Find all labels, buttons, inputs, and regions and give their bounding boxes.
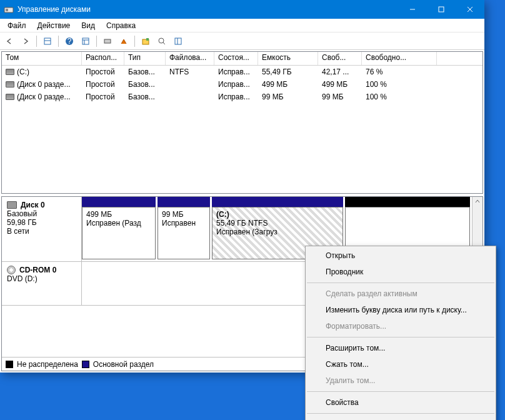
svg-rect-3 bbox=[439, 7, 444, 12]
ctx-separator bbox=[307, 282, 494, 283]
maximize-button[interactable] bbox=[427, 0, 456, 19]
partition[interactable]: 99 МБ Исправен bbox=[158, 197, 210, 259]
volume-icon bbox=[6, 69, 14, 75]
ctx-separator bbox=[307, 413, 494, 414]
col-volume[interactable]: Том bbox=[2, 52, 82, 65]
toolbar: ? bbox=[0, 32, 484, 50]
ctx-explorer[interactable]: Проводник bbox=[306, 264, 496, 280]
ctx-extend-volume[interactable]: Расширить том... bbox=[306, 340, 496, 356]
svg-rect-18 bbox=[175, 38, 181, 44]
volume-row[interactable]: (C:) Простой Базов... NTFS Исправ... 55,… bbox=[2, 66, 482, 78]
minimize-button[interactable] bbox=[398, 0, 427, 19]
svg-text:?: ? bbox=[68, 37, 72, 46]
svg-rect-1 bbox=[6, 9, 8, 11]
ctx-open[interactable]: Открыть bbox=[306, 248, 496, 264]
legend-unallocated-label: Не распределена bbox=[17, 360, 78, 369]
svg-line-17 bbox=[163, 42, 165, 44]
col-fs[interactable]: Файлова... bbox=[166, 52, 214, 65]
volume-row[interactable]: (Диск 0 разде... Простой Базов... Исправ… bbox=[2, 78, 482, 91]
view-list-button[interactable] bbox=[41, 34, 54, 48]
volume-icon bbox=[6, 81, 14, 88]
back-button[interactable] bbox=[2, 34, 16, 48]
ctx-separator bbox=[307, 391, 494, 392]
col-capacity[interactable]: Емкость bbox=[258, 52, 318, 65]
toolbar-button[interactable] bbox=[155, 34, 169, 48]
menu-help[interactable]: Справка bbox=[101, 20, 141, 31]
legend-unallocated-icon bbox=[6, 361, 13, 368]
column-headers: Том Распол... Тип Файлова... Состоя... Е… bbox=[2, 52, 482, 66]
col-freepct[interactable]: Свободно... bbox=[362, 52, 437, 65]
titlebar[interactable]: Управление дисками bbox=[0, 0, 484, 19]
ctx-help[interactable]: Справка bbox=[306, 416, 496, 420]
svg-rect-13 bbox=[104, 39, 111, 43]
ctx-properties[interactable]: Свойства bbox=[306, 394, 496, 411]
ctx-change-letter[interactable]: Изменить букву диска или путь к диску... bbox=[306, 302, 496, 318]
partition[interactable]: 499 МБ Исправен (Разд bbox=[82, 197, 156, 259]
menubar: Файл Действие Вид Справка bbox=[0, 19, 484, 32]
forward-button[interactable] bbox=[19, 34, 32, 48]
col-status[interactable]: Состоя... bbox=[214, 52, 258, 65]
app-icon bbox=[4, 4, 14, 14]
cdrom-icon bbox=[7, 266, 16, 274]
volume-rows: (C:) Простой Базов... NTFS Исправ... 55,… bbox=[2, 66, 482, 193]
svg-rect-10 bbox=[82, 38, 89, 44]
col-free[interactable]: Своб... bbox=[318, 52, 362, 65]
help-button[interactable]: ? bbox=[62, 34, 76, 48]
ctx-format: Форматировать... bbox=[306, 318, 496, 334]
col-type[interactable]: Тип bbox=[124, 52, 166, 65]
ctx-shrink-volume[interactable]: Сжать том... bbox=[306, 356, 496, 372]
menu-action[interactable]: Действие bbox=[32, 20, 76, 31]
ctx-make-active: Сделать раздел активным bbox=[306, 286, 496, 302]
ctx-separator bbox=[307, 337, 494, 338]
close-button[interactable] bbox=[456, 0, 484, 19]
disk-icon bbox=[7, 201, 17, 209]
svg-point-16 bbox=[159, 38, 164, 43]
svg-rect-6 bbox=[44, 38, 51, 44]
toolbar-button[interactable] bbox=[101, 34, 114, 48]
legend-primary-label: Основной раздел bbox=[93, 360, 154, 369]
window-title: Управление дисками bbox=[18, 5, 398, 14]
toolbar-separator bbox=[134, 36, 135, 47]
toolbar-button[interactable] bbox=[79, 34, 92, 48]
volume-row[interactable]: (Диск 0 разде... Простой Базов... Исправ… bbox=[2, 91, 482, 103]
menu-file[interactable]: Файл bbox=[2, 20, 31, 31]
ctx-delete-volume: Удалить том... bbox=[306, 372, 496, 389]
cdrom-label[interactable]: CD-ROM 0 DVD (D:) bbox=[2, 262, 82, 305]
svg-rect-15 bbox=[146, 38, 149, 41]
toolbar-button[interactable] bbox=[117, 34, 131, 48]
toolbar-separator bbox=[96, 36, 97, 47]
context-menu: Открыть Проводник Сделать раздел активны… bbox=[305, 246, 496, 420]
toolbar-separator bbox=[58, 36, 59, 47]
chevron-up-icon bbox=[474, 198, 481, 204]
legend-primary-icon bbox=[82, 361, 89, 368]
toolbar-button[interactable] bbox=[139, 34, 152, 48]
disk-label[interactable]: Диск 0 Базовый 59,98 ГБ В сети bbox=[2, 197, 82, 261]
toolbar-separator bbox=[36, 36, 37, 47]
menu-view[interactable]: Вид bbox=[76, 20, 100, 31]
volume-icon bbox=[6, 94, 14, 100]
col-layout[interactable]: Распол... bbox=[82, 52, 124, 65]
toolbar-button[interactable] bbox=[171, 34, 185, 48]
volume-list[interactable]: Том Распол... Тип Файлова... Состоя... Е… bbox=[1, 51, 483, 194]
